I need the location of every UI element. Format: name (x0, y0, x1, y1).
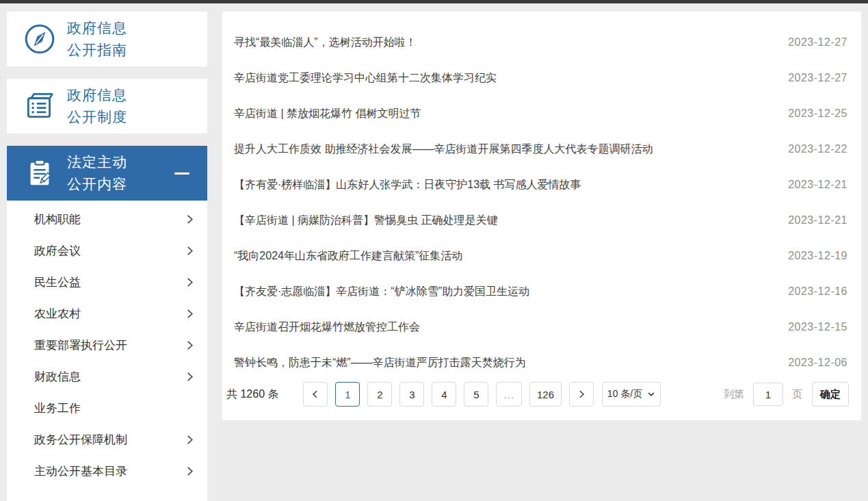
sidebar-item-gov-info-guide[interactable]: 政府信息 公开指南 (7, 12, 207, 66)
article-title[interactable]: 【辛店街道 | 病媒防治科普】警惕臭虫 正确处理是关键 (234, 214, 772, 228)
sidebar-menu-item[interactable]: 机构职能 (7, 203, 207, 235)
article-date: 2023-12-06 (788, 357, 847, 369)
menu-item-label: 政务公开保障机制 (34, 432, 127, 448)
sidebar: 政府信息 公开指南 政府信息 公开制度 (7, 12, 207, 501)
total-count-label: 共 1260 条 (226, 387, 278, 402)
menu-item-label: 主动公开基本目录 (34, 463, 127, 479)
article-title[interactable]: 警钟长鸣，防患于未“燃”——辛店街道严厉打击露天焚烧行为 (234, 356, 772, 370)
page-word-label: 页 (792, 388, 802, 401)
chevron-right-icon (185, 214, 195, 224)
page-button[interactable]: 4 (432, 382, 456, 407)
article-title[interactable]: 提升人大工作质效 助推经济社会发展——辛店街道开展第四季度人大代表专题调研活动 (234, 142, 772, 157)
article-row[interactable]: 辛店街道 | 禁放烟花爆竹 倡树文明过节 2023-12-25 (222, 96, 861, 131)
sidebar-menu-item[interactable]: 财政信息 (7, 361, 207, 392)
article-row[interactable]: 警钟长鸣，防患于未“燃”——辛店街道严厉打击露天焚烧行为 2023-12-06 (222, 345, 861, 381)
chevron-right-icon (185, 309, 195, 319)
page-button[interactable]: 126 (529, 382, 562, 407)
article-row[interactable]: 寻找“最美临淄人”，选树活动开始啦！ 2023-12-27 (222, 25, 861, 60)
sidebar-item-label: 政府信息 公开指南 (67, 17, 127, 61)
page-size-select[interactable]: 10 条/页 (602, 382, 661, 407)
menu-item-label: 民生公益 (34, 274, 81, 290)
confirm-button[interactable]: 确定 (812, 382, 849, 407)
page-button[interactable]: 2 (367, 382, 392, 407)
chevron-right-icon (185, 277, 195, 287)
article-date: 2023-12-21 (788, 179, 847, 191)
article-date: 2023-12-19 (788, 250, 847, 262)
page-button[interactable]: 3 (399, 382, 424, 407)
menu-item-label: 机构职能 (34, 211, 81, 227)
goto-label: 到第 (724, 388, 744, 401)
chevron-right-icon (577, 389, 586, 399)
sidebar-menu-item[interactable]: 民生公益 (7, 266, 207, 298)
chevron-right-icon (185, 466, 195, 476)
article-title[interactable]: 辛店街道召开烟花爆竹燃放管控工作会 (234, 320, 772, 335)
clipboard-pen-icon (22, 155, 57, 191)
sidebar-menu-item[interactable]: 主动公开基本目录 (7, 455, 207, 487)
article-date: 2023-12-15 (788, 321, 847, 333)
chevron-right-icon (185, 340, 195, 350)
sidebar-menu-item[interactable]: 政务公开保障机制 (7, 424, 207, 455)
article-date: 2023-12-25 (788, 107, 847, 120)
menu-item-label: 政府会议 (34, 243, 81, 259)
sidebar-item-label: 法定主动 公开内容 (67, 151, 127, 195)
article-row[interactable]: 提升人大工作质效 助推经济社会发展——辛店街道开展第四季度人大代表专题调研活动 … (222, 131, 861, 167)
article-row[interactable]: 【辛店街道 | 病媒防治科普】警惕臭虫 正确处理是关键 2023-12-21 (222, 203, 861, 238)
article-row[interactable]: 【齐友爱·志愿临淄】辛店街道：“铲冰除雪”助力爱国卫生运动 2023-12-16 (222, 274, 861, 309)
article-date: 2023-12-21 (788, 214, 847, 227)
article-row[interactable]: 辛店街道召开烟花爆竹燃放管控工作会 2023-12-15 (222, 309, 861, 345)
sidebar-item-gov-info-system[interactable]: 政府信息 公开制度 (7, 79, 207, 133)
chevron-right-icon (185, 246, 195, 256)
chevron-down-icon (647, 390, 655, 398)
page-button[interactable]: ... (496, 382, 522, 407)
article-row[interactable]: 【齐有爱·榜样临淄】山东好人张学武：日夜守护13载 书写感人爱情故事 2023-… (222, 167, 861, 203)
article-row[interactable]: 辛店街道党工委理论学习中心组第十二次集体学习纪实 2023-12-27 (222, 60, 861, 96)
chevron-left-icon (311, 389, 320, 399)
article-title[interactable]: 【齐友爱·志愿临淄】辛店街道：“铲冰除雪”助力爱国卫生运动 (234, 285, 772, 299)
article-date: 2023-12-27 (788, 36, 847, 49)
pagination-bar: 共 1260 条 1 2 3 4 5 ... 126 (222, 381, 861, 407)
book-icon (22, 88, 57, 124)
page-size-value: 10 条/页 (607, 388, 642, 400)
article-date: 2023-12-27 (788, 72, 847, 84)
sidebar-item-label: 政府信息 公开制度 (67, 84, 127, 128)
prev-page-button[interactable] (303, 382, 328, 407)
article-title[interactable]: 寻找“最美临淄人”，选树活动开始啦！ (234, 36, 772, 50)
article-date: 2023-12-22 (788, 143, 847, 155)
page-button[interactable]: 1 (335, 382, 360, 407)
sidebar-menu-item[interactable]: 业务工作 (7, 392, 207, 424)
sidebar-menu-item[interactable]: 政府会议 (7, 235, 207, 266)
article-title[interactable]: “我向2024年山东省政府工作建言献策”征集活动 (234, 249, 772, 264)
minus-icon (174, 172, 189, 175)
sidebar-menu-item[interactable]: 重要部署执行公开 (7, 329, 207, 361)
menu-item-label: 财政信息 (34, 369, 81, 385)
sidebar-menu-item[interactable]: 农业农村 (7, 298, 207, 329)
article-date: 2023-12-16 (788, 285, 847, 298)
article-row[interactable]: “我向2024年山东省政府工作建言献策”征集活动 2023-12-19 (222, 238, 861, 274)
goto-page-input[interactable] (753, 383, 783, 406)
page-buttons: 1 2 3 4 5 ... 126 (335, 382, 569, 407)
menu-item-label: 业务工作 (34, 400, 81, 416)
page-button[interactable]: 5 (464, 382, 488, 407)
menu-item-label: 重要部署执行公开 (34, 337, 127, 353)
next-page-button[interactable] (569, 382, 594, 407)
article-title[interactable]: 辛店街道 | 禁放烟花爆竹 倡树文明过节 (234, 107, 772, 121)
main-panel: 寻找“最美临淄人”，选树活动开始啦！ 2023-12-27 辛店街道党工委理论学… (222, 12, 861, 420)
menu-item-label: 农业农村 (34, 306, 81, 322)
sidebar-item-statutory-disclosure[interactable]: 法定主动 公开内容 (7, 146, 207, 201)
chevron-right-icon (185, 372, 195, 382)
sidebar-menu: 机构职能 政府会议 民生公益 农业农村 (7, 201, 207, 501)
article-title[interactable]: 辛店街道党工委理论学习中心组第十二次集体学习纪实 (234, 71, 772, 86)
chevron-right-icon (185, 435, 195, 445)
article-title[interactable]: 【齐有爱·榜样临淄】山东好人张学武：日夜守护13载 书写感人爱情故事 (234, 178, 772, 192)
goto-page-group: 到第 页 确定 (724, 382, 849, 407)
compass-icon (22, 21, 57, 57)
article-list: 寻找“最美临淄人”，选树活动开始啦！ 2023-12-27 辛店街道党工委理论学… (222, 12, 861, 381)
top-bar (0, 0, 868, 3)
